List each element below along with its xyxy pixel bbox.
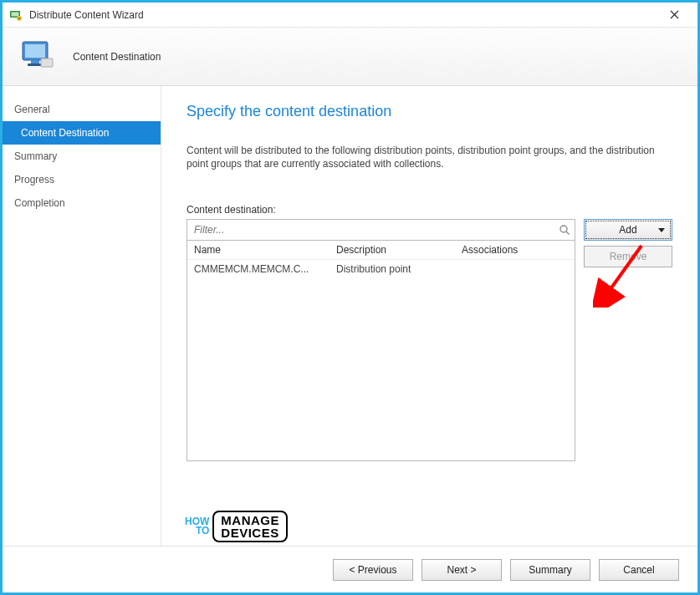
close-icon (670, 10, 679, 19)
svg-rect-7 (41, 58, 53, 67)
wizard-window: Distribute Content Wizard Content Destin… (0, 0, 700, 595)
summary-button[interactable]: Summary (510, 559, 590, 581)
filter-input[interactable] (192, 223, 558, 236)
next-button[interactable]: Next > (422, 559, 502, 581)
remove-button: Remove (584, 246, 672, 267)
app-icon (9, 8, 23, 22)
wizard-header: Content Destination (3, 28, 697, 86)
page-description: Content will be distributed to the follo… (186, 144, 655, 170)
wizard-footer: < Previous Next > Summary Cancel (3, 546, 697, 592)
wizard-content: Specify the content destination Content … (161, 86, 697, 546)
svg-rect-1 (12, 12, 19, 16)
destination-grid[interactable]: Name Description Associations CMMEMCM.ME… (186, 241, 575, 461)
cell-name: CMMEMCM.MEMCM.C... (194, 263, 336, 275)
cell-description: Distribution point (336, 263, 462, 275)
svg-line-9 (566, 231, 570, 235)
col-header-description[interactable]: Description (336, 244, 462, 256)
content-destination-label: Content destination: (186, 204, 672, 216)
add-button[interactable]: Add (584, 219, 672, 241)
nav-item-completion[interactable]: Completion (3, 191, 161, 215)
header-title: Content Destination (73, 51, 161, 63)
chevron-down-icon (658, 228, 665, 232)
add-button-label: Add (619, 224, 636, 236)
page-heading: Specify the content destination (186, 103, 672, 120)
watermark-manage: MANAGE (221, 514, 279, 526)
svg-rect-4 (25, 44, 45, 58)
search-icon (558, 223, 571, 236)
previous-button[interactable]: < Previous (333, 559, 413, 581)
grid-header: Name Description Associations (187, 241, 575, 260)
svg-rect-6 (28, 64, 43, 66)
cancel-button[interactable]: Cancel (599, 559, 679, 581)
cell-associations (462, 263, 568, 275)
destination-area: Name Description Associations CMMEMCM.ME… (186, 219, 672, 461)
previous-button-label: < Previous (349, 564, 396, 576)
svg-point-8 (560, 226, 567, 232)
monitor-icon (18, 37, 58, 77)
nav-item-summary[interactable]: Summary (3, 145, 161, 168)
window-title: Distribute Content Wizard (29, 9, 657, 21)
col-header-name[interactable]: Name (194, 244, 336, 256)
nav-item-progress[interactable]: Progress (3, 168, 161, 191)
watermark-devices: DEVICES (221, 526, 279, 539)
next-button-label: Next > (447, 564, 476, 576)
grid-row[interactable]: CMMEMCM.MEMCM.C... Distribution point (187, 260, 575, 278)
watermark-logo: HOW TO MANAGE DEVICES (185, 511, 288, 542)
filter-input-wrap[interactable] (186, 219, 575, 241)
summary-button-label: Summary (529, 564, 571, 576)
wizard-nav: General Content Destination Summary Prog… (3, 86, 161, 546)
cancel-button-label: Cancel (623, 564, 654, 576)
watermark-to: TO (185, 526, 209, 536)
svg-rect-5 (31, 60, 39, 64)
col-header-associations[interactable]: Associations (462, 244, 568, 256)
remove-button-label: Remove (610, 251, 647, 262)
titlebar: Distribute Content Wizard (3, 3, 697, 28)
nav-item-general[interactable]: General (3, 98, 161, 121)
close-button[interactable] (657, 3, 691, 27)
wizard-body: General Content Destination Summary Prog… (3, 86, 697, 546)
nav-item-content-destination[interactable]: Content Destination (3, 121, 161, 145)
